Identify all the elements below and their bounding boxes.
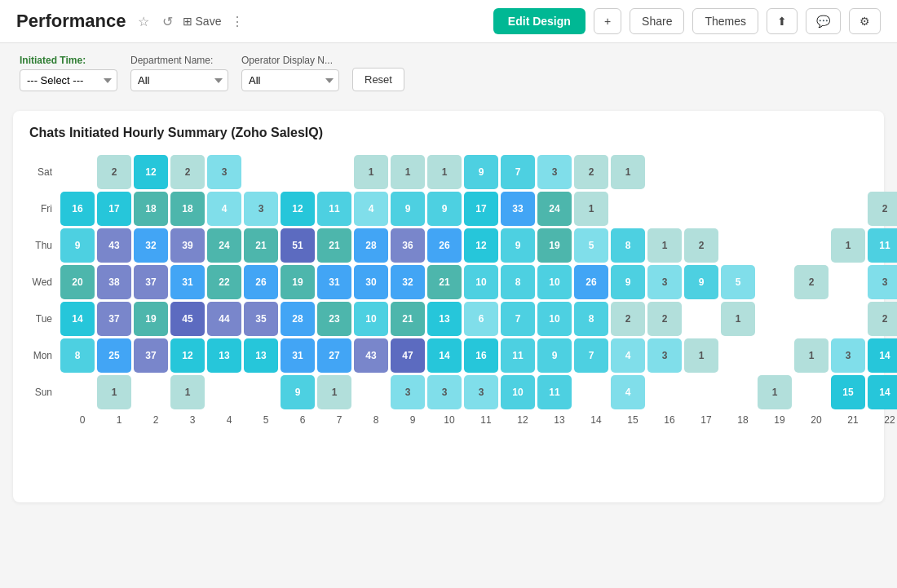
cell-sat-10[interactable]: 1 bbox=[427, 155, 462, 189]
cell-tue-1[interactable]: 37 bbox=[97, 302, 131, 336]
cell-sat-21[interactable] bbox=[831, 155, 865, 189]
cell-thu-20[interactable] bbox=[794, 228, 829, 263]
cell-sun-18[interactable] bbox=[721, 375, 755, 409]
cell-wed-2[interactable]: 37 bbox=[134, 265, 168, 299]
operator-select[interactable]: All bbox=[241, 69, 339, 91]
cell-fri-9[interactable]: 9 bbox=[391, 192, 425, 226]
share-button[interactable]: Share bbox=[630, 8, 684, 34]
cell-tue-0[interactable]: 14 bbox=[60, 302, 95, 336]
cell-sat-2[interactable]: 12 bbox=[134, 155, 168, 189]
department-select[interactable]: All bbox=[130, 69, 228, 91]
cell-wed-18[interactable]: 5 bbox=[721, 265, 755, 299]
reset-button[interactable]: Reset bbox=[352, 68, 404, 91]
cell-mon-11[interactable]: 16 bbox=[464, 338, 498, 373]
cell-tue-16[interactable]: 2 bbox=[647, 302, 682, 336]
cell-wed-3[interactable]: 31 bbox=[170, 265, 205, 299]
cell-wed-21[interactable] bbox=[831, 265, 865, 299]
cell-tue-19[interactable] bbox=[758, 302, 792, 336]
cell-sat-19[interactable] bbox=[758, 155, 792, 189]
cell-sat-13[interactable]: 3 bbox=[537, 155, 572, 189]
cell-thu-10[interactable]: 26 bbox=[427, 228, 462, 263]
cell-sat-8[interactable]: 1 bbox=[354, 155, 388, 189]
cell-fri-21[interactable] bbox=[831, 192, 865, 226]
cell-sun-9[interactable]: 3 bbox=[391, 375, 425, 409]
cell-wed-10[interactable]: 21 bbox=[427, 265, 462, 299]
cell-tue-11[interactable]: 6 bbox=[464, 302, 498, 336]
cell-mon-7[interactable]: 27 bbox=[317, 338, 351, 373]
cell-sat-11[interactable]: 9 bbox=[464, 155, 498, 189]
cell-tue-12[interactable]: 7 bbox=[501, 302, 535, 336]
cell-mon-9[interactable]: 47 bbox=[391, 338, 425, 373]
cell-fri-10[interactable]: 9 bbox=[427, 192, 462, 226]
cell-thu-21[interactable]: 1 bbox=[831, 228, 865, 263]
cell-sat-14[interactable]: 2 bbox=[574, 155, 608, 189]
cell-thu-13[interactable]: 19 bbox=[537, 228, 572, 263]
cell-sat-16[interactable] bbox=[647, 155, 682, 189]
cell-tue-9[interactable]: 21 bbox=[391, 302, 425, 336]
cell-mon-21[interactable]: 3 bbox=[831, 338, 865, 373]
cell-fri-12[interactable]: 33 bbox=[501, 192, 535, 226]
cell-sun-2[interactable] bbox=[134, 375, 168, 409]
cell-sat-22[interactable] bbox=[868, 155, 897, 189]
cell-sat-7[interactable] bbox=[317, 155, 351, 189]
cell-sun-19[interactable]: 1 bbox=[758, 375, 792, 409]
cell-sat-12[interactable]: 7 bbox=[501, 155, 535, 189]
cell-tue-17[interactable] bbox=[684, 302, 718, 336]
cell-sat-15[interactable]: 1 bbox=[611, 155, 645, 189]
cell-fri-7[interactable]: 11 bbox=[317, 192, 351, 226]
cell-fri-20[interactable] bbox=[794, 192, 829, 226]
cell-fri-16[interactable] bbox=[647, 192, 682, 226]
cell-mon-16[interactable]: 3 bbox=[647, 338, 682, 373]
cell-sun-12[interactable]: 10 bbox=[501, 375, 535, 409]
cell-sun-16[interactable] bbox=[647, 375, 682, 409]
cell-sun-21[interactable]: 15 bbox=[831, 375, 865, 409]
cell-thu-7[interactable]: 21 bbox=[317, 228, 351, 263]
cell-wed-8[interactable]: 30 bbox=[354, 265, 388, 299]
cell-fri-6[interactable]: 12 bbox=[281, 192, 315, 226]
cell-thu-6[interactable]: 51 bbox=[281, 228, 315, 263]
cell-mon-12[interactable]: 11 bbox=[501, 338, 535, 373]
cell-mon-10[interactable]: 14 bbox=[427, 338, 462, 373]
more-options-icon[interactable]: ⋮ bbox=[228, 11, 247, 33]
cell-mon-0[interactable]: 8 bbox=[60, 338, 95, 373]
initiated-time-select[interactable]: --- Select --- bbox=[20, 69, 117, 91]
cell-sun-0[interactable] bbox=[60, 375, 95, 409]
cell-wed-13[interactable]: 10 bbox=[537, 265, 572, 299]
save-button[interactable]: ⊞ Save bbox=[183, 15, 222, 28]
cell-wed-14[interactable]: 26 bbox=[574, 265, 608, 299]
add-button[interactable]: + bbox=[594, 8, 621, 34]
cell-fri-19[interactable] bbox=[758, 192, 792, 226]
cell-fri-4[interactable]: 4 bbox=[207, 192, 241, 226]
cell-mon-1[interactable]: 25 bbox=[97, 338, 131, 373]
refresh-icon[interactable]: ↺ bbox=[159, 11, 176, 33]
cell-sun-17[interactable] bbox=[684, 375, 718, 409]
cell-wed-17[interactable]: 9 bbox=[684, 265, 718, 299]
cell-sun-10[interactable]: 3 bbox=[427, 375, 462, 409]
cell-sun-15[interactable]: 4 bbox=[611, 375, 645, 409]
cell-tue-10[interactable]: 13 bbox=[427, 302, 462, 336]
cell-wed-19[interactable] bbox=[758, 265, 792, 299]
cell-thu-9[interactable]: 36 bbox=[391, 228, 425, 263]
cell-sun-6[interactable]: 9 bbox=[281, 375, 315, 409]
cell-thu-14[interactable]: 5 bbox=[574, 228, 608, 263]
cell-sun-7[interactable]: 1 bbox=[317, 375, 351, 409]
cell-thu-22[interactable]: 11 bbox=[868, 228, 897, 263]
cell-sun-5[interactable] bbox=[244, 375, 278, 409]
cell-fri-3[interactable]: 18 bbox=[170, 192, 205, 226]
cell-thu-3[interactable]: 39 bbox=[170, 228, 205, 263]
cell-mon-2[interactable]: 37 bbox=[134, 338, 168, 373]
cell-fri-15[interactable] bbox=[611, 192, 645, 226]
cell-tue-4[interactable]: 44 bbox=[207, 302, 241, 336]
cell-tue-15[interactable]: 2 bbox=[611, 302, 645, 336]
cell-sat-3[interactable]: 2 bbox=[170, 155, 205, 189]
cell-sun-11[interactable]: 3 bbox=[464, 375, 498, 409]
cell-wed-15[interactable]: 9 bbox=[611, 265, 645, 299]
cell-sun-8[interactable] bbox=[354, 375, 388, 409]
cell-sun-14[interactable] bbox=[574, 375, 608, 409]
cell-mon-3[interactable]: 12 bbox=[170, 338, 205, 373]
export-icon[interactable]: ⬆ bbox=[767, 8, 798, 34]
cell-tue-8[interactable]: 10 bbox=[354, 302, 388, 336]
cell-wed-12[interactable]: 8 bbox=[501, 265, 535, 299]
cell-thu-0[interactable]: 9 bbox=[60, 228, 95, 263]
cell-mon-22[interactable]: 14 bbox=[868, 338, 897, 373]
